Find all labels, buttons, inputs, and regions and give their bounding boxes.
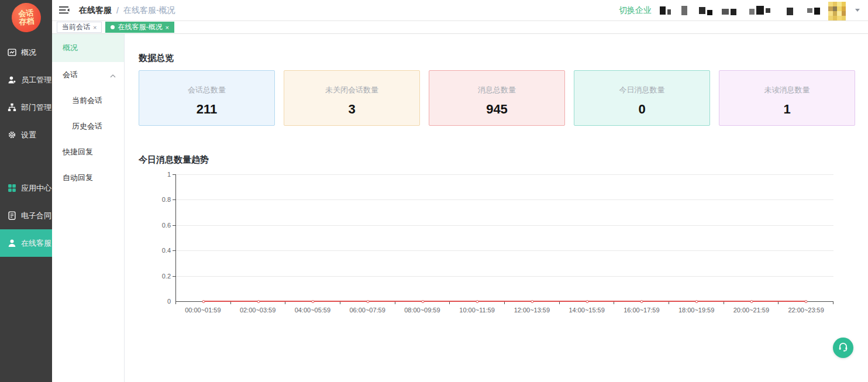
y-axis-label: 0.2 xyxy=(162,273,171,280)
section-title-data-overview: 数据总览 xyxy=(139,53,855,64)
sidebar-item-e-contract[interactable]: 电子合同 xyxy=(0,202,52,229)
sidebar-item-label: 部门管理 xyxy=(21,102,51,113)
submenu-group-label: 会话 xyxy=(63,70,78,80)
x-axis-label: 02:00~03:59 xyxy=(230,307,285,314)
tab-label: 在线客服-概况 xyxy=(118,22,162,32)
x-axis-label: 22:00~23:59 xyxy=(779,307,833,314)
switch-company-link[interactable]: 切换企业 xyxy=(619,5,652,16)
y-axis-label: 0 xyxy=(167,298,171,305)
submenu-item-label: 快捷回复 xyxy=(63,147,93,157)
sidebar-item-app-center[interactable]: 应用中心 xyxy=(0,174,52,202)
redacted-company-name xyxy=(660,5,820,16)
x-axis-label: 18:00~19:59 xyxy=(669,307,724,314)
logo-badge: 会话 存档 xyxy=(11,2,42,33)
stat-card-label: 未关闭会话数量 xyxy=(284,85,419,95)
submenu-item-quick-reply[interactable]: 快捷回复 xyxy=(52,139,124,165)
chevron-down-icon[interactable] xyxy=(855,9,860,12)
data-point[interactable] xyxy=(257,300,260,303)
data-point[interactable] xyxy=(531,300,533,303)
main-area: 在线客服 / 在线客服-概况 切换企业 xyxy=(52,0,868,382)
gridline xyxy=(176,225,833,226)
stat-card-label: 会话总数量 xyxy=(139,85,274,95)
headset-icon xyxy=(838,341,849,355)
stat-card-today-messages: 今日消息数量 0 xyxy=(574,70,710,126)
data-point[interactable] xyxy=(750,300,753,303)
logo[interactable]: 会话 存档 xyxy=(0,0,52,35)
sidebar-item-staff[interactable]: 员工管理 xyxy=(0,66,52,94)
submenu-item-label: 历史会话 xyxy=(72,121,102,132)
apps-grid-icon xyxy=(8,184,16,192)
data-point[interactable] xyxy=(202,300,205,303)
top-navbar: 在线客服 / 在线客服-概况 切换企业 xyxy=(52,0,868,21)
submenu-item-label: 当前会话 xyxy=(72,95,102,106)
y-axis-label: 1 xyxy=(167,171,171,178)
x-axis-label: 04:00~05:59 xyxy=(285,307,340,314)
tab-online-service-overview[interactable]: 在线客服-概况 × xyxy=(105,22,174,33)
gridline xyxy=(176,276,833,277)
sidebar-fold-icon[interactable] xyxy=(59,6,70,15)
data-point[interactable] xyxy=(476,300,479,303)
tab-close-icon[interactable]: × xyxy=(93,24,97,31)
submenu-item-overview[interactable]: 概况 xyxy=(52,34,124,62)
stat-card-unread-messages: 未读消息数量 1 xyxy=(719,70,855,126)
tab-close-icon[interactable]: × xyxy=(165,24,168,31)
sidebar-item-overview[interactable]: 概况 xyxy=(0,39,52,66)
x-axis-label: 06:00~07:59 xyxy=(340,307,395,314)
app-window: 会话 存档 概况 员工管理 部门管理 xyxy=(0,0,868,382)
avatar[interactable] xyxy=(828,2,846,20)
department-tree-icon xyxy=(8,103,16,112)
data-point[interactable] xyxy=(366,300,369,303)
x-axis-labels: 00:00~01:59 02:00~03:59 04:00~05:59 06:0… xyxy=(175,307,833,314)
stat-card-label: 消息总数量 xyxy=(429,85,564,95)
data-point[interactable] xyxy=(805,300,808,303)
data-point[interactable] xyxy=(421,300,424,303)
stat-card-value: 211 xyxy=(139,102,274,117)
submenu-item-label: 概况 xyxy=(63,43,78,53)
stat-card-value: 0 xyxy=(574,102,709,117)
x-axis-label: 20:00~21:59 xyxy=(724,307,779,314)
stat-card-total-sessions: 会话总数量 211 xyxy=(139,70,275,126)
settings-gear-icon xyxy=(8,130,16,139)
data-point[interactable] xyxy=(312,300,315,303)
active-tab-dot xyxy=(111,25,115,29)
data-point[interactable] xyxy=(640,300,643,303)
submenu-group-session[interactable]: 会话 xyxy=(52,62,124,88)
data-point[interactable] xyxy=(695,300,698,303)
sidebar-spacer xyxy=(0,149,52,174)
contract-document-icon xyxy=(8,211,16,220)
breadcrumb-separator: / xyxy=(116,6,119,15)
breadcrumb-root[interactable]: 在线客服 xyxy=(79,5,112,16)
navbar-right-group: 切换企业 xyxy=(619,1,860,20)
main-sidebar: 会话 存档 概况 员工管理 部门管理 xyxy=(0,0,52,382)
content-panel: 数据总览 会话总数量 211 未关闭会话数量 3 消息总数量 945 xyxy=(125,34,868,382)
submenu-item-history-session[interactable]: 历史会话 xyxy=(52,113,124,139)
customer-service-float-button[interactable] xyxy=(833,338,853,358)
x-axis-label: 12:00~13:59 xyxy=(505,307,560,314)
submenu-item-auto-reply[interactable]: 自动回复 xyxy=(52,165,124,191)
series-line xyxy=(204,301,806,302)
submenu-item-current-session[interactable]: 当前会话 xyxy=(52,88,124,113)
sidebar-item-online-service[interactable]: 在线客服 xyxy=(0,229,52,257)
gridline xyxy=(176,174,833,175)
chart-plot-area: 1 0.8 0.6 0.4 0.2 0 xyxy=(175,174,833,301)
staff-icon xyxy=(8,75,16,84)
trend-line-chart: 1 0.8 0.6 0.4 0.2 0 xyxy=(175,174,833,314)
y-axis-label: 0.4 xyxy=(162,247,171,254)
stat-card-label: 今日消息数量 xyxy=(574,85,709,95)
sidebar-item-settings[interactable]: 设置 xyxy=(0,121,52,149)
tab-current-session[interactable]: 当前会话 × xyxy=(57,22,102,33)
stat-card-value: 3 xyxy=(284,102,419,117)
data-point[interactable] xyxy=(585,300,588,303)
secondary-sidebar: 概况 会话 当前会话 历史会话 快捷回复 自动回复 xyxy=(52,34,125,382)
sidebar-item-label: 员工管理 xyxy=(21,75,51,85)
stat-card-total-messages: 消息总数量 945 xyxy=(429,70,565,126)
chevron-up-icon xyxy=(110,71,116,80)
logo-text-line2: 存档 xyxy=(19,17,35,26)
x-axis-label: 08:00~09:59 xyxy=(395,307,450,314)
x-axis-label: 10:00~11:59 xyxy=(450,307,505,314)
stat-card-open-sessions: 未关闭会话数量 3 xyxy=(284,70,420,126)
breadcrumb: 在线客服 / 在线客服-概况 xyxy=(79,5,175,16)
body-row: 概况 会话 当前会话 历史会话 快捷回复 自动回复 xyxy=(52,34,868,382)
sidebar-item-departments[interactable]: 部门管理 xyxy=(0,94,52,121)
stat-card-value: 1 xyxy=(719,102,855,117)
